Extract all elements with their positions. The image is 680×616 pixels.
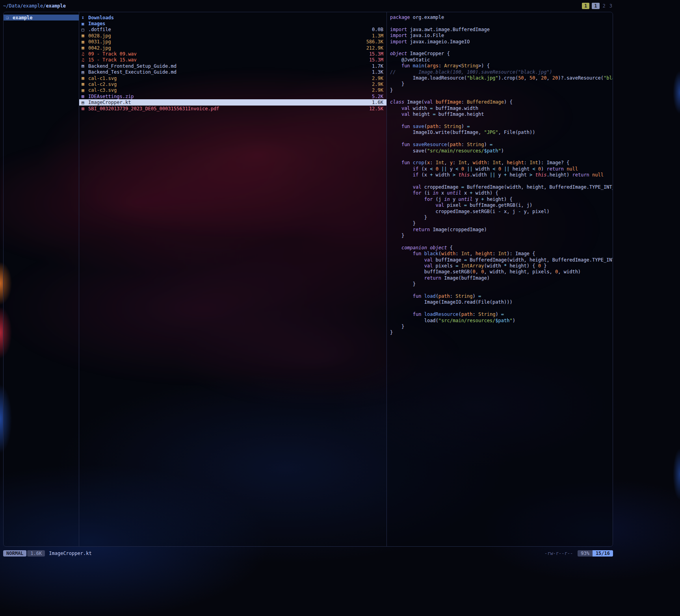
file-manager: ❏example ↧Downloads▣Images□.dotfile0.0B▦… [3, 12, 613, 547]
code-line: return Image(buffImage) [390, 275, 613, 281]
code-line: for (j in y until y + height) { [390, 197, 613, 202]
file-row[interactable]: ▦0042.jpg212.9K [79, 45, 386, 51]
code-line [390, 136, 613, 142]
breadcrumb-current-dir: example [46, 3, 66, 9]
code-line: } [390, 324, 613, 330]
file-name: .dotfile [88, 27, 369, 32]
code-line [390, 239, 613, 245]
tab-2[interactable]: 2 [602, 3, 606, 9]
file-size: 1.3M [372, 33, 383, 39]
file-name: SBI_0032013739_2023_DE05_0003155631Invoi… [88, 106, 366, 111]
code-line: save("src/main/resources/$path") [390, 148, 613, 154]
file-row[interactable]: ▧IDEAsettings.zip5.2K [79, 93, 386, 99]
file-size: 12.5K [369, 106, 383, 111]
file-row[interactable]: ↧Downloads [79, 15, 386, 20]
code-line [390, 288, 613, 293]
preview-pane[interactable]: package org.example import java.awt.imag… [386, 12, 613, 546]
file-row[interactable]: ▤Backend_Frontend_Setup_Guide.md1.7K [79, 63, 386, 69]
code-line: import javax.imageio.ImageIO [390, 39, 613, 45]
code-line: object ImageCropper { [390, 51, 613, 57]
code-line: val height = buffImage.height [390, 111, 613, 117]
file-name: IDEAsettings.zip [88, 94, 369, 99]
file-name: 09 - Track 09.wav [88, 51, 366, 57]
topbar: ~/Data/example/example 1123 [3, 2, 613, 10]
file-name: 15 - Track 15.wav [88, 57, 366, 63]
file-row[interactable]: □.dotfile0.0B [79, 27, 386, 33]
code-line [390, 306, 613, 312]
image-file-icon: ▦ [82, 33, 88, 38]
pdf-file-icon: ▥ [82, 106, 88, 111]
code-line: fun main(args: Array<String>) { [390, 63, 613, 69]
file-row[interactable]: ▣Images [79, 20, 386, 26]
code-line: val pixel = buffImage.getRGB(i, j) [390, 202, 613, 208]
code-line: } [390, 81, 613, 87]
file-size-badge: 1.6K [27, 550, 45, 557]
file-name: cal-c3.svg [88, 87, 369, 93]
tab-3[interactable]: 3 [609, 3, 613, 9]
tab-1[interactable]: 1 [582, 3, 589, 9]
file-name: Backend_Test_Execution_Guide.md [88, 69, 369, 75]
code-line [390, 45, 613, 51]
file-icon: □ [82, 27, 88, 32]
code-line: fun load(path: String) = [390, 293, 613, 299]
code-line: package org.example [390, 15, 613, 20]
code-line: val width = buffImage.width [390, 106, 613, 111]
statusbar: NORMAL 1.6K ImageCropper.kt -rw-r--r-- 9… [3, 550, 613, 557]
file-name: Backend_Frontend_Setup_Guide.md [88, 63, 369, 69]
file-row[interactable]: ♫09 - Track 09.wav15.3M [79, 51, 386, 57]
code-line: } [390, 87, 613, 93]
file-row[interactable]: ▤Backend_Test_Execution_Guide.md1.3K [79, 69, 386, 75]
download-folder-icon: ↧ [82, 15, 88, 20]
parent-pane[interactable]: ❏example [4, 12, 79, 546]
code-line: croppedImage.setRGB(i - x, j - y, pixel) [390, 209, 613, 215]
file-row[interactable]: ▦cal-c1.svg2.9K [79, 75, 386, 81]
mode-badge: NORMAL [3, 550, 26, 557]
file-row[interactable]: ▦0028.jpg1.3M [79, 33, 386, 39]
image-file-icon: ▦ [82, 39, 88, 45]
file-row[interactable]: ▥SBI_0032013739_2023_DE05_0003155631Invo… [79, 106, 386, 111]
file-size: 212.9K [366, 45, 383, 51]
markdown-file-icon: ▤ [82, 63, 88, 69]
code-line: } [390, 215, 613, 221]
parent-dir-item[interactable]: ❏example [4, 15, 79, 20]
file-size: 0.0B [372, 27, 383, 32]
file-size: 1.6K [372, 100, 383, 105]
image-file-icon: ▦ [82, 88, 88, 93]
code-line: val pixels = IntArray(width * height) { … [390, 263, 613, 269]
file-row[interactable]: ▦cal-c2.svg2.9K [79, 81, 386, 87]
code-line: buffImage.setRGB(0, 0, width, height, pi… [390, 269, 613, 275]
code-line: import java.awt.image.BufferedImage [390, 27, 613, 33]
code-line: for (i in x until x + width) { [390, 190, 613, 196]
file-row[interactable]: ▦cal-c3.svg2.9K [79, 87, 386, 93]
statusbar-left: NORMAL 1.6K ImageCropper.kt [3, 550, 92, 557]
code-view: package org.example import java.awt.imag… [390, 15, 613, 336]
file-row[interactable]: ♫15 - Track 15.wav15.3M [79, 57, 386, 63]
image-file-icon: ▦ [82, 45, 88, 50]
file-size: 2.9K [372, 82, 383, 87]
code-line: fun saveResource(path: String) = [390, 142, 613, 148]
code-line: return Image(croppedImage) [390, 227, 613, 233]
code-line: fun black(width: Int, height: Int): Imag… [390, 251, 613, 257]
breadcrumb: ~/Data/example/example [3, 3, 66, 9]
tab-1[interactable]: 1 [592, 3, 599, 9]
list-position-badge: 15/16 [593, 550, 613, 557]
file-list[interactable]: ↧Downloads▣Images□.dotfile0.0B▦0028.jpg1… [79, 12, 386, 546]
scroll-percent-badge: 93% [578, 550, 593, 557]
file-name: 0028.jpg [88, 33, 369, 39]
code-line: // Image.black(100, 100).saveResource("b… [390, 69, 613, 75]
file-row[interactable]: ▦0031.jpg586.3K [79, 39, 386, 45]
image-file-icon: ▦ [82, 76, 88, 81]
breadcrumb-path-prefix: ~/Data/example/ [3, 3, 46, 9]
audio-file-icon: ♫ [82, 52, 88, 57]
file-size: 2.9K [372, 76, 383, 81]
file-size: 1.3K [372, 69, 383, 75]
file-name: Downloads [88, 15, 380, 20]
code-line: Image(ImageIO.read(File(path))) [390, 299, 613, 305]
folder-icon: ❏ [6, 15, 13, 20]
file-row[interactable]: ▤ImageCropper.kt1.6K [79, 99, 386, 105]
code-line: } [390, 233, 613, 239]
code-line: } [390, 221, 613, 226]
images-folder-icon: ▣ [82, 21, 88, 26]
tab-bar: 1123 [582, 3, 613, 9]
file-size: 2.9K [372, 87, 383, 93]
